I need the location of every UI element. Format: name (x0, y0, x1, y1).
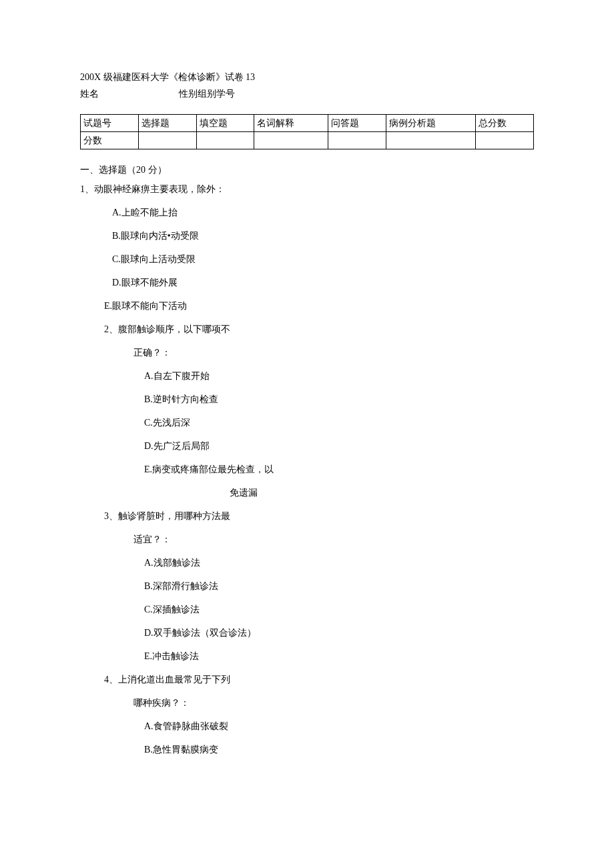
q2-option-e-cont: 免遗漏 (230, 486, 534, 500)
q2-option-e: E.病变或疼痛部位最先检查，以 (144, 462, 534, 476)
th-total: 总分数 (476, 115, 534, 132)
q3-option-d: D.双手触诊法（双合诊法） (144, 626, 534, 640)
th-fill: 填空题 (196, 115, 254, 132)
q3-option-b: B.深部滑行触诊法 (144, 579, 534, 593)
q2-option-b: B.逆时针方向检查 (144, 392, 534, 406)
th-term: 名词解释 (254, 115, 328, 132)
table-row: 试题号 选择题 填空题 名词解释 问答题 病例分析题 总分数 (81, 115, 534, 132)
q1-option-b: B.眼球向内活•动受限 (112, 229, 534, 243)
question-1-stem: 1、动眼神经麻痹主要表现，除外： (80, 182, 534, 196)
td-empty (386, 132, 475, 149)
q4-option-a: A.食管静脉曲张破裂 (144, 719, 534, 733)
q3-option-e: E.冲击触诊法 (144, 649, 534, 663)
question-4-stem: 4、上消化道出血最常见于下列 (104, 673, 534, 687)
th-case: 病例分析题 (386, 115, 475, 132)
exam-title: 200X 级福建医科大学《检体诊断》试卷 13 (80, 70, 534, 84)
td-empty (138, 132, 196, 149)
q2-option-c: C.先浅后深 (144, 416, 534, 430)
table-row: 分数 (81, 132, 534, 149)
gender-group-id-label: 性别组别学号 (179, 89, 235, 99)
student-info-line: 姓名性别组别学号 (80, 87, 534, 101)
th-choice: 选择题 (138, 115, 196, 132)
th-number: 试题号 (81, 115, 139, 132)
td-empty (196, 132, 254, 149)
q1-option-e: E.眼球不能向下活动 (104, 299, 534, 313)
q1-option-a: A.上睑不能上抬 (112, 205, 534, 220)
score-table: 试题号 选择题 填空题 名词解释 问答题 病例分析题 总分数 分数 (80, 114, 534, 149)
q2-option-d: D.先广泛后局部 (144, 439, 534, 453)
question-2-stem: 2、腹部触诊顺序，以下哪项不 (104, 322, 534, 336)
question-3-stem: 3、触诊肾脏时，用哪种方法最 (104, 509, 534, 523)
q1-option-d: D.眼球不能外展 (112, 276, 534, 290)
question-4-stem-cont: 哪种疾病？： (133, 696, 534, 710)
th-qa: 问答题 (328, 115, 386, 132)
q3-option-c: C.深插触诊法 (144, 602, 534, 616)
td-empty (476, 132, 534, 149)
question-2-stem-cont: 正确？： (133, 346, 534, 360)
td-empty (254, 132, 328, 149)
question-3-stem-cont: 适宜？： (133, 532, 534, 546)
section-1-title: 一、选择题（20 分） (80, 163, 534, 177)
q2-option-a: A.自左下腹开始 (144, 369, 534, 383)
td-score-label: 分数 (81, 132, 139, 149)
td-empty (328, 132, 386, 149)
name-label: 姓名 (80, 89, 99, 99)
q1-option-c: C.眼球向上活动受限 (112, 252, 534, 266)
q3-option-a: A.浅部触诊法 (144, 556, 534, 570)
q4-option-b: B.急性胃黏膜病变 (144, 743, 534, 757)
